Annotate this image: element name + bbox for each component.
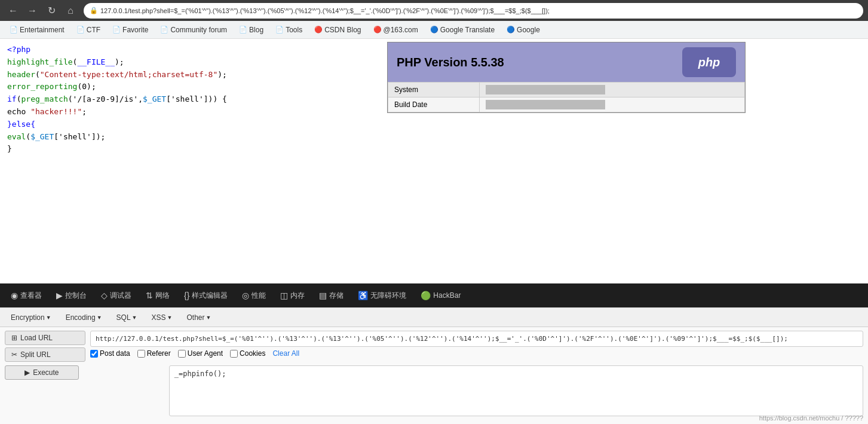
devtools-tab-调试器[interactable]: ◇调试器 [95, 288, 137, 303]
checkbox-cookies[interactable]: Cookies [230, 349, 265, 358]
tab-icon: ▤ [319, 291, 327, 300]
bookmark-label: Google [517, 26, 540, 34]
hackbar-menu-encryption[interactable]: Encryption▼ [5, 312, 57, 324]
back-button[interactable]: ← [5, 2, 22, 19]
refresh-button[interactable]: ↻ [43, 2, 60, 19]
bookmark-item[interactable]: 📄CTF [72, 24, 105, 36]
bookmark-label: Tools [286, 26, 302, 34]
hackbar-menu-other[interactable]: Other▼ [180, 312, 217, 324]
bookmark-item[interactable]: 🔴@163.com [369, 24, 423, 36]
bookmark-item[interactable]: 📄Community forum [155, 24, 232, 36]
bookmark-item[interactable]: 🔵Google Translate [425, 24, 499, 36]
checkbox-input[interactable] [230, 350, 238, 358]
devtools-tab-存储[interactable]: ▤存储 [313, 288, 349, 303]
nav-buttons: ← → ↻ ⌂ [5, 2, 79, 19]
table-row: System [388, 83, 745, 97]
devtools-tab-网络[interactable]: ⇅网络 [140, 288, 176, 303]
load-url-icon: ⊞ [11, 334, 17, 342]
bookmark-icon: 📄 [112, 26, 121, 33]
execute-button[interactable]: ▶ Execute [5, 365, 79, 380]
checkbox-input[interactable] [178, 350, 186, 358]
checkbox-label: Referer [147, 349, 171, 358]
checkbox-referer[interactable]: Referer [137, 349, 171, 358]
bookmark-label: Entertainment [20, 26, 65, 34]
tab-label: HackBar [433, 291, 461, 300]
execute-label: Execute [33, 368, 59, 377]
bookmark-label: CSDN Blog [324, 26, 361, 34]
code-line: eval($_GET['shell']); [7, 131, 861, 144]
devtools-tab-控制台[interactable]: ▶控制台 [50, 288, 93, 303]
devtools-bar: ◉查看器▶控制台◇调试器⇅网络{}样式编辑器◎性能◫内存▤存储♿无障碍环境🟢Ha… [0, 283, 868, 307]
tab-label: 内存 [290, 291, 305, 301]
forward-button[interactable]: → [24, 2, 41, 19]
hackbar-menu-encoding[interactable]: Encoding▼ [60, 312, 108, 324]
devtools-tab-HackBar[interactable]: 🟢HackBar [415, 288, 467, 303]
checkbox-label: Post data [100, 349, 130, 358]
address-bar[interactable]: 🔒 127.0.0.1/test.php?shell=$_=('%01'^'')… [84, 3, 863, 19]
devtools-tab-无障碍环境[interactable]: ♿无障碍环境 [352, 288, 412, 303]
bookmark-label: CTF [87, 26, 100, 34]
phpinfo-table: System Build Date [388, 82, 745, 112]
bookmark-item[interactable]: 📄Entertainment [5, 24, 69, 36]
tab-label: 网络 [155, 291, 170, 301]
url-input[interactable]: http://127.0.0.1/test.php?shell=$_=('%01… [90, 331, 863, 347]
menu-label: XSS [152, 313, 166, 322]
dropdown-arrow: ▼ [132, 315, 137, 321]
phpinfo-title: PHP Version 5.5.38 [397, 56, 504, 69]
split-url-icon: ✂ [11, 350, 17, 359]
php-logo-text: php [698, 56, 720, 69]
split-url-button[interactable]: ✂ Split URL [5, 347, 85, 362]
devtools-tab-性能[interactable]: ◎性能 [236, 288, 272, 303]
checkbox-label: User Agent [188, 349, 223, 358]
tab-icon: {} [184, 291, 189, 300]
status-bar: https://blog.csdn.net/mochu / ????? [754, 412, 868, 424]
table-row: Build Date [388, 97, 745, 112]
bookmark-item[interactable]: 📄Tools [271, 24, 307, 36]
bookmark-icon: 🔴 [373, 26, 382, 33]
tab-label: 样式编辑器 [192, 291, 228, 301]
checkbox-input[interactable] [90, 350, 98, 358]
phpinfo-box: PHP Version 5.5.38 php System Build Date [387, 42, 746, 113]
hackbar-menu-xss[interactable]: XSS▼ [146, 312, 179, 324]
bookmark-icon: 🔵 [507, 26, 515, 33]
checkbox-post-data[interactable]: Post data [90, 349, 130, 358]
hackbar-area: Encryption▼Encoding▼SQL▼XSS▼Other▼ ⊞ Loa… [0, 307, 868, 424]
split-url-label: Split URL [20, 350, 51, 359]
bookmark-label: Favorite [122, 26, 148, 34]
hackbar-body: ⊞ Load URL ✂ Split URL http://127.0.0.1/… [0, 327, 868, 420]
phpinfo-header: PHP Version 5.5.38 php [388, 42, 745, 82]
checkbox-label: Cookies [240, 349, 265, 358]
bookmark-item[interactable]: 📄Favorite [108, 24, 153, 36]
url-section: http://127.0.0.1/test.php?shell=$_=('%01… [90, 331, 863, 358]
bookmark-item[interactable]: 🔵Google [502, 24, 545, 36]
tab-icon: ♿ [358, 291, 368, 300]
bookmark-label: @163.com [384, 26, 418, 34]
checkbox-input[interactable] [137, 350, 145, 358]
system-label: System [388, 83, 480, 97]
load-url-button[interactable]: ⊞ Load URL [5, 331, 85, 345]
bookmark-item[interactable]: 🔴CSDN Blog [309, 24, 366, 36]
menu-label: SQL [116, 313, 131, 322]
devtools-tab-内存[interactable]: ◫内存 [274, 288, 311, 303]
home-button[interactable]: ⌂ [62, 2, 79, 19]
devtools-tab-查看器[interactable]: ◉查看器 [5, 288, 48, 303]
php-logo: php [682, 47, 736, 77]
bookmark-icon: 📄 [76, 26, 85, 33]
clear-all-link[interactable]: Clear All [272, 349, 299, 358]
builddate-label: Build Date [388, 97, 480, 112]
tab-label: 查看器 [20, 291, 42, 301]
security-icon: 🔒 [90, 7, 98, 14]
builddate-value [480, 97, 745, 112]
tab-label: 无障碍环境 [370, 291, 406, 301]
bookmark-label: Google Translate [440, 26, 495, 34]
checkbox-user-agent[interactable]: User Agent [178, 349, 223, 358]
execute-icon: ▶ [24, 368, 30, 377]
execute-row: ▶ Execute _=phpinfo(); [5, 365, 863, 416]
load-url-label: Load URL [20, 334, 53, 342]
devtools-tab-样式编辑器[interactable]: {}样式编辑器 [178, 288, 234, 303]
post-data-textarea[interactable]: _=phpinfo(); [169, 365, 863, 416]
hackbar-menu-sql[interactable]: SQL▼ [111, 312, 143, 324]
bookmark-item[interactable]: 📄Blog [234, 24, 268, 36]
bookmark-icon: 📄 [239, 26, 247, 33]
tab-label: 调试器 [110, 291, 131, 301]
